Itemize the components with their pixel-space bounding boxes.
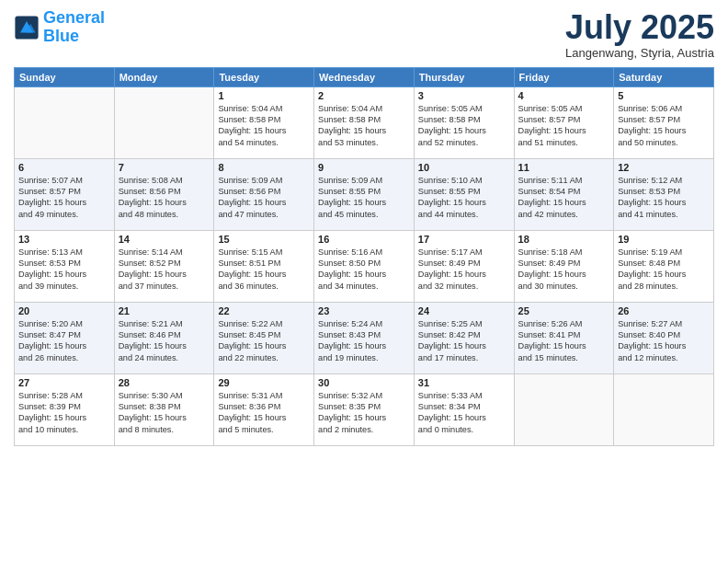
day-info: Sunrise: 5:11 AM Sunset: 8:54 PM Dayligh… [518, 175, 610, 221]
calendar-cell: 30Sunrise: 5:32 AM Sunset: 8:35 PM Dayli… [314, 373, 415, 445]
day-info: Sunrise: 5:09 AM Sunset: 8:56 PM Dayligh… [218, 175, 310, 221]
logo: General Blue [14, 9, 105, 46]
day-number: 13 [18, 234, 110, 245]
day-number: 9 [318, 162, 410, 173]
weekday-header: Friday [514, 67, 614, 86]
day-info: Sunrise: 5:09 AM Sunset: 8:55 PM Dayligh… [318, 175, 410, 221]
day-number: 24 [418, 305, 510, 316]
day-number: 15 [218, 234, 310, 245]
day-info: Sunrise: 5:24 AM Sunset: 8:43 PM Dayligh… [318, 318, 410, 364]
day-number: 31 [418, 377, 510, 388]
day-number: 29 [218, 377, 310, 388]
calendar-body: 1Sunrise: 5:04 AM Sunset: 8:58 PM Daylig… [15, 86, 714, 445]
day-number: 18 [518, 234, 610, 245]
day-info: Sunrise: 5:05 AM Sunset: 8:57 PM Dayligh… [518, 103, 610, 149]
day-info: Sunrise: 5:28 AM Sunset: 8:39 PM Dayligh… [18, 390, 110, 436]
day-info: Sunrise: 5:18 AM Sunset: 8:49 PM Dayligh… [518, 247, 610, 293]
calendar-cell: 31Sunrise: 5:33 AM Sunset: 8:34 PM Dayli… [414, 373, 514, 445]
day-number: 3 [418, 90, 510, 101]
calendar-cell [514, 373, 614, 445]
day-number: 17 [418, 234, 510, 245]
calendar-cell: 23Sunrise: 5:24 AM Sunset: 8:43 PM Dayli… [314, 302, 415, 373]
day-number: 26 [618, 305, 710, 316]
weekday-header: Monday [114, 67, 214, 86]
calendar-cell: 6Sunrise: 5:07 AM Sunset: 8:57 PM Daylig… [15, 158, 115, 230]
calendar-cell: 14Sunrise: 5:14 AM Sunset: 8:52 PM Dayli… [114, 230, 214, 302]
calendar-cell: 13Sunrise: 5:13 AM Sunset: 8:53 PM Dayli… [15, 230, 115, 302]
month-title: July 2025 [565, 9, 714, 46]
day-info: Sunrise: 5:31 AM Sunset: 8:36 PM Dayligh… [218, 390, 310, 436]
day-number: 4 [518, 90, 610, 101]
calendar-header-row: SundayMondayTuesdayWednesdayThursdayFrid… [15, 67, 714, 86]
logo-icon [14, 15, 40, 40]
day-info: Sunrise: 5:32 AM Sunset: 8:35 PM Dayligh… [318, 390, 410, 436]
calendar-cell: 18Sunrise: 5:18 AM Sunset: 8:49 PM Dayli… [514, 230, 614, 302]
title-block: July 2025 Langenwang, Styria, Austria [565, 9, 714, 60]
day-info: Sunrise: 5:05 AM Sunset: 8:58 PM Dayligh… [418, 103, 510, 149]
day-number: 16 [318, 234, 410, 245]
day-number: 27 [18, 377, 110, 388]
day-info: Sunrise: 5:07 AM Sunset: 8:57 PM Dayligh… [18, 175, 110, 221]
day-info: Sunrise: 5:06 AM Sunset: 8:57 PM Dayligh… [618, 103, 710, 149]
calendar-cell: 24Sunrise: 5:25 AM Sunset: 8:42 PM Dayli… [414, 302, 514, 373]
day-info: Sunrise: 5:10 AM Sunset: 8:55 PM Dayligh… [418, 175, 510, 221]
calendar-week-row: 20Sunrise: 5:20 AM Sunset: 8:47 PM Dayli… [15, 302, 714, 373]
weekday-header: Thursday [414, 67, 514, 86]
day-info: Sunrise: 5:19 AM Sunset: 8:48 PM Dayligh… [618, 247, 710, 293]
day-info: Sunrise: 5:08 AM Sunset: 8:56 PM Dayligh… [119, 175, 210, 221]
header: General Blue July 2025 Langenwang, Styri… [14, 9, 714, 60]
day-number: 10 [418, 162, 510, 173]
day-info: Sunrise: 5:16 AM Sunset: 8:50 PM Dayligh… [318, 247, 410, 293]
day-number: 19 [618, 234, 710, 245]
day-number: 8 [218, 162, 310, 173]
calendar-cell: 4Sunrise: 5:05 AM Sunset: 8:57 PM Daylig… [514, 86, 614, 158]
day-info: Sunrise: 5:12 AM Sunset: 8:53 PM Dayligh… [618, 175, 710, 221]
calendar-cell: 16Sunrise: 5:16 AM Sunset: 8:50 PM Dayli… [314, 230, 415, 302]
calendar-cell [15, 86, 115, 158]
logo-text: General Blue [43, 9, 105, 46]
day-number: 12 [618, 162, 710, 173]
day-number: 2 [318, 90, 410, 101]
day-info: Sunrise: 5:27 AM Sunset: 8:40 PM Dayligh… [618, 318, 710, 364]
calendar-week-row: 13Sunrise: 5:13 AM Sunset: 8:53 PM Dayli… [15, 230, 714, 302]
day-info: Sunrise: 5:21 AM Sunset: 8:46 PM Dayligh… [119, 318, 210, 364]
calendar-cell: 12Sunrise: 5:12 AM Sunset: 8:53 PM Dayli… [614, 158, 714, 230]
day-info: Sunrise: 5:04 AM Sunset: 8:58 PM Dayligh… [318, 103, 410, 149]
calendar-cell: 26Sunrise: 5:27 AM Sunset: 8:40 PM Dayli… [614, 302, 714, 373]
calendar-cell: 25Sunrise: 5:26 AM Sunset: 8:41 PM Dayli… [514, 302, 614, 373]
day-number: 28 [119, 377, 210, 388]
day-info: Sunrise: 5:26 AM Sunset: 8:41 PM Dayligh… [518, 318, 610, 364]
calendar-cell: 8Sunrise: 5:09 AM Sunset: 8:56 PM Daylig… [214, 158, 314, 230]
day-number: 23 [318, 305, 410, 316]
calendar-cell: 11Sunrise: 5:11 AM Sunset: 8:54 PM Dayli… [514, 158, 614, 230]
calendar-week-row: 6Sunrise: 5:07 AM Sunset: 8:57 PM Daylig… [15, 158, 714, 230]
weekday-header: Saturday [614, 67, 714, 86]
calendar-cell: 20Sunrise: 5:20 AM Sunset: 8:47 PM Dayli… [15, 302, 115, 373]
calendar-cell: 7Sunrise: 5:08 AM Sunset: 8:56 PM Daylig… [114, 158, 214, 230]
weekday-header: Tuesday [214, 67, 314, 86]
calendar-cell: 3Sunrise: 5:05 AM Sunset: 8:58 PM Daylig… [414, 86, 514, 158]
day-info: Sunrise: 5:30 AM Sunset: 8:38 PM Dayligh… [119, 390, 210, 436]
location-subtitle: Langenwang, Styria, Austria [565, 46, 714, 60]
day-number: 14 [119, 234, 210, 245]
calendar-week-row: 1Sunrise: 5:04 AM Sunset: 8:58 PM Daylig… [15, 86, 714, 158]
day-info: Sunrise: 5:04 AM Sunset: 8:58 PM Dayligh… [218, 103, 310, 149]
day-number: 30 [318, 377, 410, 388]
day-info: Sunrise: 5:25 AM Sunset: 8:42 PM Dayligh… [418, 318, 510, 364]
day-info: Sunrise: 5:17 AM Sunset: 8:49 PM Dayligh… [418, 247, 510, 293]
day-number: 20 [18, 305, 110, 316]
day-number: 5 [618, 90, 710, 101]
calendar-cell: 28Sunrise: 5:30 AM Sunset: 8:38 PM Dayli… [114, 373, 214, 445]
day-number: 7 [119, 162, 210, 173]
calendar-cell: 9Sunrise: 5:09 AM Sunset: 8:55 PM Daylig… [314, 158, 415, 230]
calendar-cell: 21Sunrise: 5:21 AM Sunset: 8:46 PM Dayli… [114, 302, 214, 373]
day-info: Sunrise: 5:14 AM Sunset: 8:52 PM Dayligh… [119, 247, 210, 293]
day-number: 21 [119, 305, 210, 316]
calendar-cell: 2Sunrise: 5:04 AM Sunset: 8:58 PM Daylig… [314, 86, 415, 158]
page: General Blue July 2025 Langenwang, Styri… [0, 0, 728, 563]
day-number: 25 [518, 305, 610, 316]
day-info: Sunrise: 5:15 AM Sunset: 8:51 PM Dayligh… [218, 247, 310, 293]
day-number: 6 [18, 162, 110, 173]
calendar-week-row: 27Sunrise: 5:28 AM Sunset: 8:39 PM Dayli… [15, 373, 714, 445]
calendar-cell: 22Sunrise: 5:22 AM Sunset: 8:45 PM Dayli… [214, 302, 314, 373]
